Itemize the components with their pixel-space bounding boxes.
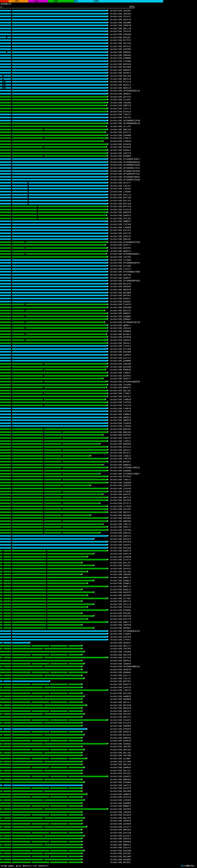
hit-label[interactable]: UniRef100_C1BY57 [110,113,131,116]
hit-label[interactable]: UniRef100_Q5J1U8 [110,692,131,695]
hit-label[interactable]: UniRef100_A5DEW9 [110,482,131,484]
hit-label[interactable]: UniRef100_A5UKD1 [110,743,131,745]
hit-bar[interactable] [0,835,84,837]
hit-label[interactable]: UniRef100_Q29Q96 [110,609,131,612]
hit-bar[interactable] [0,304,107,305]
hit-label[interactable]: UniRef100_B2AQ61 [110,301,131,303]
hit-label[interactable]: UniRef100_P23638 [110,491,131,493]
hit-bar[interactable] [0,452,107,454]
hit-label[interactable]: UniRef100_Q5CE17 [110,452,131,454]
hit-bar[interactable] [0,366,107,368]
hit-label[interactable]: UniRef100_C1BYQ5 [110,188,131,190]
hit-label[interactable]: UniRef100_UPI00015DF0A4 [110,170,140,173]
hit-bar[interactable] [0,134,107,136]
hit-bar[interactable] [0,794,86,795]
hit-bar[interactable] [0,144,107,145]
hit-label[interactable]: UniRef100_UPI0001B0B1A4 [110,665,140,668]
hit-label[interactable]: UniRef100_B6JWN0 [110,291,131,294]
hit-label[interactable]: UniRef100_A6URN9 [110,698,131,701]
hit-label[interactable]: UniRef100_C1N733 [110,689,131,691]
hit-bar[interactable] [0,645,81,647]
hit-label[interactable]: UniRef100_A6SGD0 [110,351,131,353]
hit-label[interactable]: UniRef100_C5L097 [110,98,131,101]
hit-label[interactable]: UniRef100_A6V1P0 [110,654,131,656]
hit-bar[interactable] [0,820,81,822]
hit-label[interactable]: UniRef100_UPI00005EC3D1 [110,173,140,175]
hit-label[interactable]: UniRef100_UPI0000529E0D [110,179,140,181]
hit-label[interactable]: UniRef100_B0R585 [110,778,131,781]
hit-bar[interactable] [0,532,99,534]
hit-bar[interactable] [0,482,107,484]
hit-label[interactable]: UniRef100_A4WM59 [110,695,131,698]
hit-bar[interactable] [0,321,104,323]
hit-bar[interactable] [0,375,107,377]
hit-bar[interactable] [0,378,102,379]
hit-bar[interactable] [0,675,81,676]
hit-bar[interactable] [0,746,81,747]
hit-label[interactable]: UniRef100_Q775B1 [110,597,131,600]
hit-label[interactable]: UniRef100_A6R9V1 [110,416,131,419]
hit-label[interactable]: UniRef100_B5FYG8 [110,206,131,208]
hit-label[interactable]: UniRef100_P25703 [110,217,131,220]
hit-bar[interactable] [0,39,107,41]
hit-bar[interactable] [0,499,107,501]
hit-bar[interactable] [0,505,107,507]
hit-label[interactable]: UniRef100_A7TP72 [110,502,131,505]
hit-label[interactable]: UniRef100_Q87YB7 [110,680,131,683]
hit-bar[interactable] [0,669,81,670]
hit-bar[interactable] [0,25,107,26]
hit-bar[interactable] [0,57,107,59]
hit-label[interactable]: UniRef100_B9LPM9 [110,790,131,793]
hit-bar[interactable] [0,191,107,192]
hit-bar[interactable] [0,687,81,688]
hit-label[interactable]: UniRef100_C5UBE4 [110,633,131,635]
hit-label[interactable]: UniRef100_Q36PN6 [110,134,131,137]
hit-bar[interactable] [0,289,107,290]
hit-label[interactable]: UniRef100_Q7ZV77 [110,182,131,184]
hit-label[interactable]: UniRef100_Q751D6 [110,265,131,267]
hit-bar[interactable] [0,393,107,394]
hit-bar[interactable] [0,105,106,106]
hit-label[interactable]: UniRef100_B4FA69 [110,66,131,68]
hit-bar[interactable] [0,176,107,178]
hit-bar[interactable] [0,250,107,252]
hit-label[interactable]: UniRef100_Q66JX8 [110,128,131,131]
hit-label[interactable]: UniRef100_C91YN2 [110,256,131,258]
hit-label[interactable]: UniRef100_A4FYB6 [110,754,131,757]
hit-label[interactable]: UniRef100_P18V53 [110,303,131,306]
hit-label[interactable]: UniRef100_B9WP97 [110,312,131,315]
hit-label[interactable]: UniRef100_C0NRU2 [110,413,131,416]
hit-label[interactable]: UniRef100_A7F269 [110,348,131,350]
hit-bar[interactable] [0,66,107,68]
hit-label[interactable]: UniRef100_Q8TXU4 [110,748,131,751]
hit-bar[interactable] [0,55,107,56]
hit-bar[interactable] [0,779,81,780]
hit-bar[interactable] [0,731,81,733]
hit-bar[interactable] [0,30,107,32]
hit-label[interactable]: UniRef100_A6VH55 [110,838,131,840]
hit-bar[interactable] [0,334,106,335]
hit-bar[interactable] [0,63,107,65]
hit-label[interactable]: UniRef100_A9T2Z1 [110,45,131,48]
hit-label[interactable]: UniRef100_A9CZU2 [110,713,131,715]
hit-bar[interactable] [0,562,81,563]
hit-label[interactable]: UniRef100_Q4PCW7 [110,434,131,436]
hit-bar[interactable] [0,609,107,611]
hit-bar[interactable] [0,268,107,270]
hit-label[interactable]: UniRef100_A2F179 [110,603,131,606]
hit-bar[interactable] [0,238,107,240]
hit-bar[interactable] [0,197,107,198]
hit-label[interactable]: UniRef100_C5FQP6 [110,384,131,386]
hit-label[interactable]: UniRef100_Q29769 [110,636,131,638]
hit-label[interactable]: UniRef100_B3VZA8 [110,541,131,543]
hit-label[interactable]: UniRef100_Q6NM57 [110,220,131,223]
hit-label[interactable]: UniRef100_C5GMZ9 [110,422,131,425]
hit-label[interactable]: UniRef100_C9SDR9 [110,651,131,653]
hit-label[interactable]: UniRef100_P21670 [110,209,131,211]
hit-label[interactable]: UniRef100_C4M036 [110,398,131,401]
hit-bar[interactable] [0,743,107,745]
hit-label[interactable]: UniRef100_Q6MS99 [110,419,131,422]
hit-bar[interactable] [0,188,107,189]
hit-bar[interactable] [0,544,107,546]
hit-label[interactable]: UniRef100_UPI0000D57690 [110,271,140,273]
